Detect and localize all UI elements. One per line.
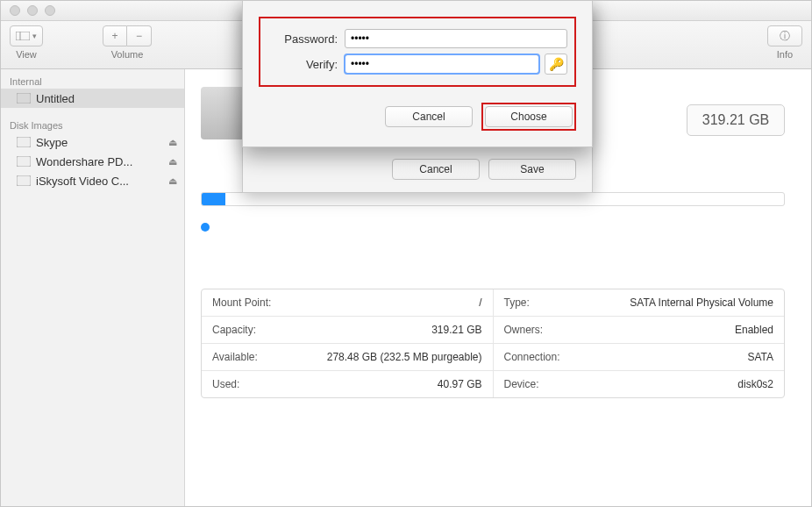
- eject-icon[interactable]: ⏏: [168, 137, 177, 148]
- volume-add-button[interactable]: +: [103, 25, 127, 46]
- view-button[interactable]: ▾: [10, 25, 43, 46]
- password-label: Password:: [267, 32, 338, 46]
- password-assistant-button[interactable]: 🔑: [545, 54, 567, 75]
- info-row: Used:40.97 GB Device:disk0s2: [202, 371, 784, 397]
- save-sheet-save-button[interactable]: Save: [488, 159, 576, 180]
- sidebar: Internal Untitled Disk Images Skype ⏏ Wo…: [1, 69, 185, 507]
- password-fields-highlight: Password: Verify: 🔑: [259, 17, 576, 87]
- volume-remove-button[interactable]: −: [127, 25, 152, 46]
- info-row: Mount Point:/ Type:SATA Internal Physica…: [202, 289, 784, 317]
- chevron-down-icon: ▾: [32, 32, 37, 40]
- sidebar-item-untitled[interactable]: Untitled: [1, 89, 184, 108]
- usage-bar: [201, 192, 785, 206]
- password-cancel-button[interactable]: Cancel: [385, 106, 473, 127]
- info-row: Capacity:319.21 GB Owners:Enabled: [202, 317, 784, 344]
- volume-label: Volume: [111, 49, 144, 60]
- eject-icon[interactable]: ⏏: [168, 175, 177, 187]
- verify-label: Verify:: [267, 58, 338, 71]
- usage-bar-fill: [202, 193, 225, 205]
- svg-rect-2: [17, 93, 31, 104]
- info-key: Available:: [212, 351, 258, 363]
- info-val: 40.97 GB: [438, 378, 482, 390]
- info-key: Capacity:: [212, 324, 256, 336]
- info-label: Info: [777, 49, 793, 60]
- sidebar-item-wondershare[interactable]: Wondershare PD... ⏏: [1, 152, 184, 171]
- volume-icon: [17, 135, 31, 149]
- volume-icon: [17, 154, 31, 168]
- save-sheet-cancel-button[interactable]: Cancel: [392, 159, 480, 180]
- info-key: Device:: [504, 378, 539, 390]
- sidebar-item-iskysoft[interactable]: iSkysoft Video C... ⏏: [1, 171, 184, 190]
- hdd-icon: [17, 91, 31, 105]
- info-table: Mount Point:/ Type:SATA Internal Physica…: [201, 289, 785, 398]
- info-icon: ⓘ: [780, 29, 790, 44]
- info-key: Type:: [504, 296, 530, 309]
- eject-icon[interactable]: ⏏: [168, 156, 177, 168]
- info-val: SATA Internal Physical Volume: [630, 296, 773, 309]
- info-key: Used:: [212, 378, 239, 390]
- info-val: SATA: [747, 351, 773, 363]
- info-val: disk0s2: [737, 378, 773, 390]
- info-val: 278.48 GB (232.5 MB purgeable): [327, 351, 482, 363]
- info-button[interactable]: ⓘ: [767, 25, 802, 46]
- svg-rect-0: [16, 32, 30, 40]
- sidebar-item-label: Untitled: [36, 92, 75, 105]
- view-label: View: [16, 49, 37, 60]
- capacity-badge: 319.21 GB: [687, 104, 785, 136]
- info-key: Owners:: [504, 324, 544, 336]
- info-val: Enabled: [735, 324, 773, 336]
- key-icon: 🔑: [549, 57, 564, 71]
- info-val: 319.21 GB: [431, 324, 481, 336]
- info-val: /: [479, 296, 481, 309]
- info-key: Connection:: [504, 351, 560, 363]
- password-choose-button[interactable]: Choose: [485, 106, 573, 127]
- disk-utility-window: Disk Utility ▾ View + − Volume ✚First Ai…: [0, 0, 812, 507]
- plus-volume-icon: +: [111, 30, 118, 42]
- sidebar-icon: [16, 32, 30, 40]
- info-key: Mount Point:: [212, 296, 271, 309]
- password-input[interactable]: [345, 29, 567, 48]
- volume-icon: [17, 174, 31, 188]
- sidebar-section-internal: Internal: [1, 73, 184, 89]
- disk-image-icon: [201, 87, 245, 139]
- svg-rect-5: [17, 175, 31, 186]
- info-row: Available:278.48 GB (232.5 MB purgeable)…: [202, 344, 784, 371]
- sidebar-item-skype[interactable]: Skype ⏏: [1, 132, 184, 152]
- sidebar-section-images: Disk Images: [1, 117, 184, 132]
- svg-rect-4: [17, 156, 31, 167]
- sidebar-item-label: Skype: [36, 136, 68, 149]
- minus-volume-icon: −: [136, 30, 142, 42]
- sidebar-item-label: iSkysoft Video C...: [36, 175, 129, 188]
- password-sheet: Password: Verify: 🔑 Cancel Choose: [242, 1, 593, 147]
- svg-rect-3: [17, 137, 31, 147]
- sidebar-item-label: Wondershare PD...: [36, 155, 132, 168]
- verify-input[interactable]: [345, 54, 539, 74]
- choose-button-highlight: Choose: [481, 103, 576, 131]
- legend-dot: [201, 223, 210, 232]
